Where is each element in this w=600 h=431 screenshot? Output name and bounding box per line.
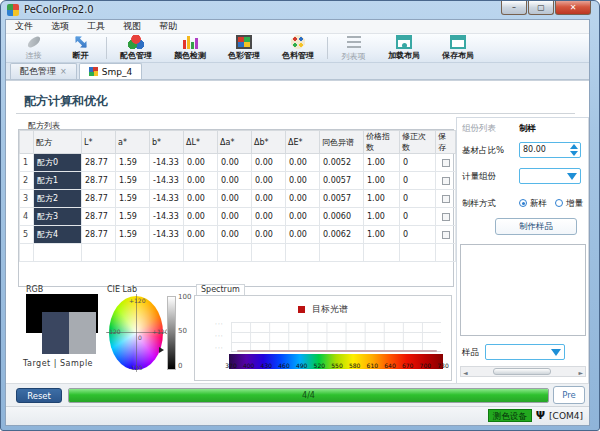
- save-checkbox[interactable]: [442, 177, 450, 185]
- spectrum-plot-grid: [231, 322, 441, 352]
- column-header[interactable]: Δa*: [218, 131, 252, 154]
- toolbar-connect-button[interactable]: 连接: [10, 34, 57, 62]
- scroll-left-icon[interactable]: ◄: [463, 369, 468, 376]
- column-header[interactable]: b*: [150, 131, 184, 154]
- sample-making-panel: 组份列表 制样 基材占比% 80.00 计量组份 制样方式 新样 增量 制作样品: [456, 117, 589, 383]
- toolbar-save-layout-button[interactable]: 保存布局: [431, 34, 485, 62]
- menu-item-options[interactable]: 选项: [42, 20, 78, 33]
- toolbar-color-manage-button[interactable]: 色彩管理: [217, 34, 271, 62]
- scroll-right-icon[interactable]: ►: [578, 369, 583, 376]
- cell-metamerism: 0.0062: [320, 226, 364, 244]
- recipe-name-cell[interactable]: 配方3: [34, 208, 82, 226]
- wavelength-tick: 640: [384, 362, 395, 369]
- pre-button[interactable]: Pre: [553, 386, 585, 404]
- spectrum-y-tick: ···: [215, 320, 224, 327]
- l-tick-0: 0: [178, 362, 182, 370]
- menu-item-help[interactable]: 帮助: [150, 20, 186, 33]
- sample-dropdown[interactable]: [485, 344, 565, 360]
- close-button[interactable]: ✕: [555, 1, 591, 15]
- tab-make-sample[interactable]: 制样: [519, 123, 536, 135]
- save-checkbox[interactable]: [442, 213, 450, 221]
- recipe-row[interactable]: 3配方228.771.59-14.330.000.000.000.000.005…: [20, 190, 456, 208]
- cell-db: 0.00: [252, 208, 286, 226]
- spectrum-y-tick: ···: [215, 332, 224, 339]
- cell-price: 1.00: [364, 208, 400, 226]
- horizontal-scrollbar[interactable]: ◄ ►: [460, 366, 586, 377]
- save-checkbox[interactable]: [442, 159, 450, 167]
- rgb-panel-label: RGB: [26, 285, 43, 294]
- metering-component-label: 计量组份: [462, 171, 496, 183]
- recipe-name-cell[interactable]: 配方0: [34, 154, 82, 172]
- cell-a: 1.59: [116, 172, 150, 190]
- toolbar-colorant-manage-button[interactable]: 色料管理: [271, 34, 325, 62]
- radio-increment[interactable]: [555, 199, 563, 207]
- toolbar-color-match-button[interactable]: 配色管理: [109, 34, 163, 62]
- title-bar[interactable]: PeColorPro2.0 – ▢ ✕: [1, 1, 599, 19]
- make-sample-button[interactable]: 制作样品: [495, 218, 577, 235]
- column-header[interactable]: a*: [116, 131, 150, 154]
- column-header[interactable]: 价格指数: [364, 131, 400, 154]
- column-header[interactable]: ΔL*: [184, 131, 218, 154]
- row-index: 1: [20, 154, 34, 172]
- wavelength-tick: 490: [296, 362, 307, 369]
- cell-b: -14.33: [150, 172, 184, 190]
- wavelength-tick: 700: [420, 362, 431, 369]
- column-header[interactable]: L*: [82, 131, 116, 154]
- toolbar-separator: [106, 37, 107, 59]
- column-header[interactable]: Δb*: [252, 131, 286, 154]
- spectrum-panel-label: Spectrum: [196, 284, 245, 295]
- cell-b: -14.33: [150, 154, 184, 172]
- cell-corrections: 0: [400, 226, 436, 244]
- cell-a: 1.59: [116, 208, 150, 226]
- menu-item-view[interactable]: 视图: [114, 20, 150, 33]
- tab-smp4[interactable]: Smp_4: [79, 63, 142, 79]
- menu-item-file[interactable]: 文件: [6, 20, 42, 33]
- column-header[interactable]: ΔE*: [286, 131, 320, 154]
- toolbar-list-items-button[interactable]: 列表项: [330, 34, 377, 62]
- cell-corrections: 0: [400, 154, 436, 172]
- dropdown-arrow-icon: [567, 173, 577, 180]
- base-ratio-spinner[interactable]: 80.00: [519, 142, 581, 158]
- progress-text: 4/4: [69, 389, 548, 402]
- component-listbox[interactable]: [460, 244, 586, 336]
- wavelength-tick: 610: [367, 362, 378, 369]
- column-header[interactable]: 保存: [436, 131, 456, 154]
- radio-new-sample[interactable]: [519, 199, 527, 207]
- cell-price: 1.00: [364, 172, 400, 190]
- toolbar-disconnect-button[interactable]: 断开: [57, 34, 104, 62]
- column-header[interactable]: 同色异谱: [320, 131, 364, 154]
- reset-button[interactable]: Reset: [16, 388, 62, 403]
- save-checkbox[interactable]: [442, 231, 450, 239]
- column-header[interactable]: 配方: [34, 131, 82, 154]
- toolbar-color-detect-button[interactable]: 颜色检测: [163, 34, 217, 62]
- row-index: 5: [20, 226, 34, 244]
- spinner-arrows-icon[interactable]: [568, 144, 579, 156]
- maximize-button[interactable]: ▢: [528, 1, 554, 15]
- cell-dl: 0.00: [184, 172, 218, 190]
- cell-db: 0.00: [252, 226, 286, 244]
- recipe-row[interactable]: 1配方028.771.59-14.330.000.000.000.000.005…: [20, 154, 456, 172]
- metering-component-dropdown[interactable]: [519, 168, 581, 184]
- cell-de: 0.00: [286, 226, 320, 244]
- recipe-name-cell[interactable]: 配方4: [34, 226, 82, 244]
- column-header[interactable]: 修正次数: [400, 131, 436, 154]
- tab-color-match-manage[interactable]: 配色管理 ×: [10, 63, 77, 79]
- menu-item-tools[interactable]: 工具: [78, 20, 114, 33]
- row-index: 2: [20, 172, 34, 190]
- recipe-row[interactable]: 2配方128.771.59-14.330.000.000.000.000.005…: [20, 172, 456, 190]
- cell-dl: 0.00: [184, 190, 218, 208]
- recipe-row[interactable]: 4配方328.771.59-14.330.000.000.000.000.006…: [20, 208, 456, 226]
- cell-da: 0.00: [218, 208, 252, 226]
- scrollbar-thumb[interactable]: [493, 368, 551, 375]
- list-icon: [347, 36, 361, 50]
- save-checkbox[interactable]: [442, 195, 450, 203]
- tab-close-icon[interactable]: ×: [60, 67, 67, 76]
- status-bar: 测色设备 Ψ [COM4]: [6, 406, 589, 425]
- recipe-name-cell[interactable]: 配方2: [34, 190, 82, 208]
- recipe-row[interactable]: 5配方428.771.59-14.330.000.000.000.000.006…: [20, 226, 456, 244]
- toolbar-load-layout-button[interactable]: 加载布局: [377, 34, 431, 62]
- recipe-name-cell[interactable]: 配方1: [34, 172, 82, 190]
- minimize-button[interactable]: –: [501, 1, 527, 15]
- cell-da: 0.00: [218, 190, 252, 208]
- tab-component-list[interactable]: 组份列表: [462, 123, 496, 135]
